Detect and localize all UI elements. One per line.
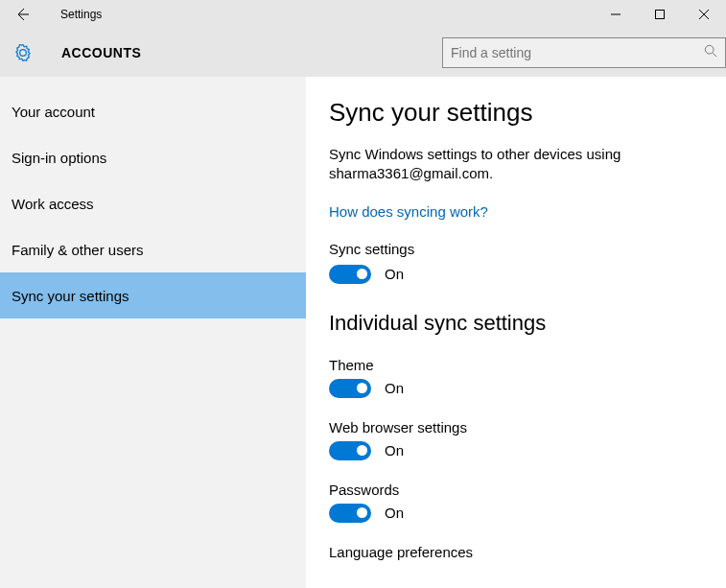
sidebar-item-sync-settings[interactable]: Sync your settings bbox=[0, 272, 306, 318]
minimize-button[interactable] bbox=[594, 0, 638, 29]
theme-label: Theme bbox=[329, 357, 703, 373]
sidebar-item-label: Sign-in options bbox=[12, 150, 106, 166]
toggle-thumb bbox=[357, 445, 367, 456]
help-link[interactable]: How does syncing work? bbox=[329, 203, 488, 220]
close-button[interactable] bbox=[682, 0, 726, 29]
window-title: Settings bbox=[60, 8, 102, 21]
body: Your account Sign-in options Work access… bbox=[0, 77, 726, 588]
toggle-thumb bbox=[357, 383, 367, 393]
web-browser-toggle-row: On bbox=[329, 441, 703, 460]
individual-heading: Individual sync settings bbox=[329, 311, 703, 336]
sidebar-item-label: Work access bbox=[12, 196, 94, 212]
search-icon bbox=[704, 44, 717, 61]
maximize-icon bbox=[655, 10, 665, 19]
passwords-toggle[interactable] bbox=[329, 504, 371, 523]
sync-settings-label: Sync settings bbox=[329, 241, 703, 257]
theme-toggle[interactable] bbox=[329, 379, 371, 398]
toggle-thumb bbox=[357, 269, 367, 279]
sidebar-item-your-account[interactable]: Your account bbox=[0, 88, 306, 134]
page-description: Sync Windows settings to other devices u… bbox=[329, 145, 655, 184]
sync-settings-toggle-row: On bbox=[329, 265, 703, 284]
group-passwords: Passwords On bbox=[329, 482, 703, 523]
search-box[interactable] bbox=[442, 37, 726, 68]
close-icon bbox=[699, 10, 709, 19]
passwords-state: On bbox=[385, 505, 404, 521]
passwords-toggle-row: On bbox=[329, 504, 703, 523]
back-arrow-icon bbox=[14, 7, 30, 22]
theme-state: On bbox=[385, 380, 404, 396]
content: Sync your settings Sync Windows settings… bbox=[306, 77, 726, 588]
header: ACCOUNTS bbox=[0, 29, 726, 77]
sidebar: Your account Sign-in options Work access… bbox=[0, 77, 306, 588]
search-input[interactable] bbox=[451, 45, 704, 60]
web-browser-state: On bbox=[385, 442, 404, 459]
group-web-browser: Web browser settings On bbox=[329, 419, 703, 460]
minimize-icon bbox=[611, 10, 621, 19]
gear-icon bbox=[12, 41, 35, 64]
svg-rect-0 bbox=[656, 11, 665, 19]
back-button[interactable] bbox=[8, 0, 36, 29]
window-controls bbox=[594, 0, 726, 29]
web-browser-toggle[interactable] bbox=[329, 441, 371, 460]
theme-toggle-row: On bbox=[329, 379, 703, 398]
maximize-button[interactable] bbox=[638, 0, 682, 29]
svg-point-1 bbox=[705, 45, 714, 54]
group-theme: Theme On bbox=[329, 357, 703, 398]
sync-settings-state: On bbox=[385, 266, 404, 282]
passwords-label: Passwords bbox=[329, 482, 703, 498]
sidebar-item-signin-options[interactable]: Sign-in options bbox=[0, 134, 306, 180]
sidebar-item-label: Your account bbox=[12, 104, 95, 120]
group-language: Language preferences bbox=[329, 544, 703, 560]
sidebar-item-family-users[interactable]: Family & other users bbox=[0, 226, 306, 272]
web-browser-label: Web browser settings bbox=[329, 419, 703, 435]
titlebar: Settings bbox=[0, 0, 726, 29]
section-title: ACCOUNTS bbox=[61, 45, 141, 60]
toggle-thumb bbox=[357, 507, 367, 518]
sidebar-item-work-access[interactable]: Work access bbox=[0, 180, 306, 226]
sidebar-item-label: Family & other users bbox=[12, 242, 144, 258]
sync-settings-toggle[interactable] bbox=[329, 265, 371, 284]
language-label: Language preferences bbox=[329, 544, 703, 560]
page-heading: Sync your settings bbox=[329, 98, 703, 128]
sidebar-item-label: Sync your settings bbox=[12, 288, 129, 304]
